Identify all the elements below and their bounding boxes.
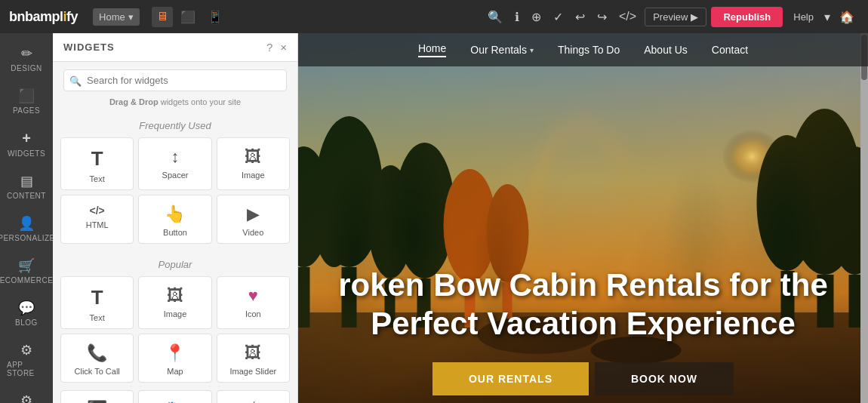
nav-item-about-us[interactable]: About Us xyxy=(644,44,688,56)
widget-extra1[interactable]: ⬛ xyxy=(60,390,134,403)
redo-icon[interactable]: ↪ xyxy=(593,7,611,27)
rentals-arrow-icon: ▾ xyxy=(530,46,534,54)
widget-image-pop[interactable]: 🖼 Image xyxy=(138,276,211,329)
search-icon[interactable]: 🔍 xyxy=(484,7,506,27)
svg-point-7 xyxy=(313,162,356,267)
hero-buttons: OUR RENTALS BOOK NOW xyxy=(298,362,868,395)
drag-rest: widgets onto your site xyxy=(159,97,241,106)
widget-video-icon: ▶ xyxy=(247,205,260,224)
sidebar-item-widgets[interactable]: + WIDGETS xyxy=(4,124,49,164)
book-now-button[interactable]: BOOK NOW xyxy=(595,362,734,395)
hero-title-line1: roken Bow Cabin Rentals for the xyxy=(298,266,868,304)
hero-trees-svg xyxy=(298,33,868,403)
widget-map[interactable]: 📍 Map xyxy=(138,334,211,383)
republish-button[interactable]: Republish xyxy=(711,7,783,27)
help-button[interactable]: Help xyxy=(787,8,820,26)
widget-image-pop-label: Image xyxy=(164,309,187,318)
ecommerce-label: ECOMMERCE xyxy=(0,276,53,285)
widget-click-to-call-icon: 📞 xyxy=(87,343,107,363)
widget-extra3[interactable]: </> xyxy=(217,390,290,403)
widgets-plus-icon: + xyxy=(22,130,31,147)
widget-image-freq[interactable]: 🖼 Image xyxy=(217,137,290,190)
undo-icon[interactable]: ↩ xyxy=(571,7,589,27)
widget-html-icon: </> xyxy=(90,205,105,217)
widget-click-to-call[interactable]: 📞 Click To Call xyxy=(60,334,134,383)
sidebar-item-ecommerce[interactable]: 🛒 ECOMMERCE xyxy=(4,251,49,291)
topbar: bnbamplify Home ▾ 🖥 ⬛ 📱 🔍 ℹ ⊕ ✓ ↩ ↪ </> … xyxy=(0,0,868,33)
widgets-search-input[interactable] xyxy=(63,69,287,91)
device-mobile[interactable]: 📱 xyxy=(203,7,227,27)
device-desktop[interactable]: 🖥 xyxy=(152,7,173,27)
canvas-scrollbar[interactable] xyxy=(860,33,868,403)
widgets-header-icons: ? × xyxy=(266,41,287,54)
sidebar-item-settings[interactable]: ⚙ SETTINGS xyxy=(4,386,49,403)
app-store-icon: ⚙ xyxy=(20,342,32,358)
nav-item-contact[interactable]: Contact xyxy=(712,44,748,56)
nav-item-things-to-do[interactable]: Things To Do xyxy=(558,44,620,56)
device-tablet[interactable]: ⬛ xyxy=(176,7,200,27)
more-icon[interactable]: ▾ xyxy=(824,10,830,24)
website-canvas: Home Our Rentals ▾ Things To Do About Us… xyxy=(298,33,868,403)
device-icons: 🖥 ⬛ 📱 xyxy=(152,7,227,27)
nav-home[interactable]: Home ▾ xyxy=(93,8,140,26)
widget-html[interactable]: </> HTML xyxy=(60,195,134,244)
section-frequently-used: Frequently Used xyxy=(60,112,290,137)
code-icon[interactable]: </> xyxy=(615,7,640,26)
sidebar-item-pages[interactable]: ⬛ PAGES xyxy=(4,82,49,121)
widget-icon-icon: ♥ xyxy=(248,286,258,306)
widget-spacer-label: Spacer xyxy=(162,171,189,180)
widget-button-label: Button xyxy=(163,228,187,237)
hero-title: roken Bow Cabin Rentals for the Perfect … xyxy=(298,266,868,343)
widget-video-label: Video xyxy=(242,228,263,237)
sidebar-item-design[interactable]: ✏ DESIGN xyxy=(4,39,49,78)
settings-icon: ⚙ xyxy=(20,392,32,403)
widget-text-freq-label: Text xyxy=(90,174,105,183)
widget-extra3-icon: </> xyxy=(245,400,260,403)
preview-button[interactable]: Preview ▶ xyxy=(645,8,706,26)
design-icon: ✏ xyxy=(21,45,32,62)
widget-image-pop-icon: 🖼 xyxy=(167,286,183,306)
sidebar-item-app-store[interactable]: ⚙ APP STORE xyxy=(4,336,49,383)
widget-button[interactable]: 👆 Button xyxy=(138,195,211,244)
hero-section: Home Our Rentals ▾ Things To Do About Us… xyxy=(298,33,868,403)
main-area: ✏ DESIGN ⬛ PAGES + WIDGETS ▤ CONTENT 👤 P… xyxy=(0,33,868,403)
widgets-search-area: 🔍 xyxy=(53,62,297,96)
check-icon[interactable]: ✓ xyxy=(549,7,567,27)
widget-video[interactable]: ▶ Video xyxy=(217,195,290,244)
topbar-tools: 🔍 ℹ ⊕ ✓ ↩ ↪ </> Preview ▶ Republish Help… xyxy=(484,7,859,27)
sidebar-item-personalize[interactable]: 👤 PERSONALIZE xyxy=(4,209,49,248)
home-icon[interactable]: 🏠 xyxy=(835,7,859,27)
widget-text-freq[interactable]: T Text xyxy=(60,137,134,190)
widget-spacer[interactable]: ↕ Spacer xyxy=(138,137,211,190)
widget-image-slider[interactable]: 🖼 Image Slider xyxy=(217,334,290,383)
widgets-close-icon[interactable]: × xyxy=(280,41,287,54)
nav-home-arrow: ▾ xyxy=(128,11,134,23)
our-rentals-button[interactable]: OUR RENTALS xyxy=(432,362,589,395)
blog-icon: 💬 xyxy=(18,300,35,316)
site-nav-items: Home Our Rentals ▾ Things To Do About Us… xyxy=(418,42,748,57)
widget-extra2-icon: 🐾 xyxy=(165,400,185,403)
search-icon-inner: 🔍 xyxy=(69,75,82,86)
frequently-used-grid: T Text ↕ Spacer 🖼 Image </> HTML 👆 B xyxy=(60,137,290,244)
sidebar-item-content[interactable]: ▤ CONTENT xyxy=(4,167,49,206)
sidebar-item-blog[interactable]: 💬 BLOG xyxy=(4,294,49,333)
zoom-icon[interactable]: ⊕ xyxy=(528,7,545,27)
nav-item-rentals[interactable]: Our Rentals ▾ xyxy=(470,44,534,56)
nav-item-home[interactable]: Home xyxy=(418,42,446,57)
widget-text-pop[interactable]: T Text xyxy=(60,276,134,329)
left-sidebar: ✏ DESIGN ⬛ PAGES + WIDGETS ▤ CONTENT 👤 P… xyxy=(0,33,53,403)
widgets-help-icon[interactable]: ? xyxy=(266,41,272,54)
widget-image-slider-label: Image Slider xyxy=(229,367,276,376)
popular-grid: T Text 🖼 Image ♥ Icon 📞 Click To Call 📍 xyxy=(60,276,290,383)
widget-text-pop-icon: T xyxy=(91,286,103,309)
hero-text: roken Bow Cabin Rentals for the Perfect … xyxy=(298,266,868,343)
widget-text-freq-icon: T xyxy=(91,147,103,171)
content-label: CONTENT xyxy=(7,192,46,200)
blog-label: BLOG xyxy=(15,318,38,327)
info-icon[interactable]: ℹ xyxy=(511,7,523,27)
preview-arrow: ▶ xyxy=(691,11,698,23)
widgets-panel: WIDGETS ? × 🔍 Drag & Drop widgets onto y… xyxy=(53,33,298,403)
widget-image-freq-label: Image xyxy=(242,171,265,180)
widget-icon[interactable]: ♥ Icon xyxy=(217,276,290,329)
widget-extra2[interactable]: 🐾 xyxy=(138,390,211,403)
